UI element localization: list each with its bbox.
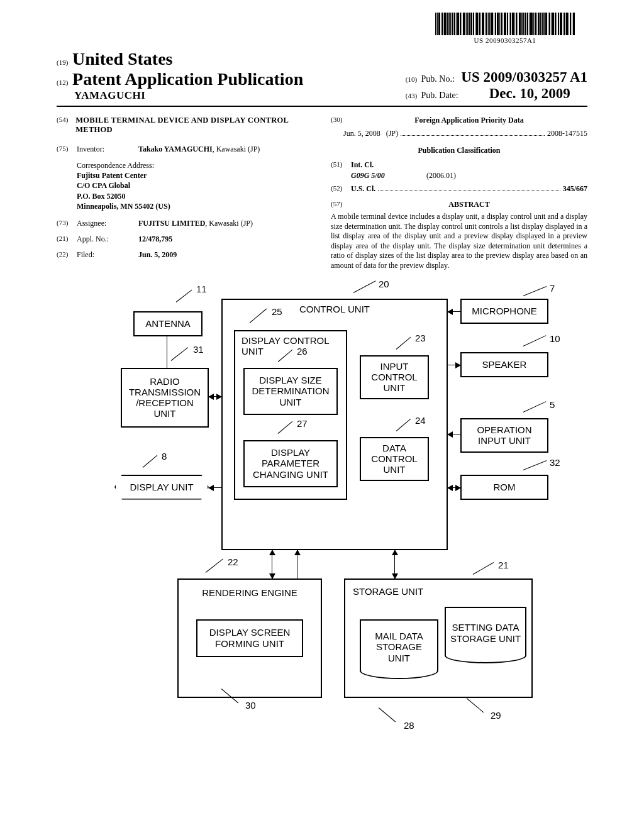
arrow-line [272,550,272,578]
uscl-value: 345/667 [563,184,587,194]
ref-29: 29 [491,710,501,721]
arrow-line [167,336,167,368]
lead-line [176,289,192,302]
applno-label: Appl. No.: [77,235,138,244]
display-param-box: DISPLAY PARAMETER CHANGING UNIT [243,440,338,487]
arrow-line [209,396,221,397]
lead-line [473,562,494,575]
correspondence-line3: P.O. Box 52050 [77,192,126,201]
arrow-line [448,311,460,312]
ref-24: 24 [415,415,426,426]
assignee-location: , Kawasaki (JP) [205,219,253,228]
data-control-box: DATA CONTROL UNIT [360,437,429,481]
operation-input-box: OPERATION INPUT UNIT [460,418,548,453]
ref-8: 8 [162,451,167,462]
lead-line [467,698,484,712]
ref-27: 27 [297,418,308,429]
ref-7: 7 [550,283,555,294]
correspondence-line2: C/O CPA Global [77,181,130,190]
intcl-value: G09G 5/00 [351,171,426,180]
pubclass-heading: Publication Classification [331,146,587,155]
title-code: (54) [57,116,75,135]
publication-type: Patent Application Publication [72,69,303,89]
lead-line [206,558,223,572]
input-control-box: INPUT CONTROL UNIT [360,355,429,399]
foreign-date: Jun. 5, 2008 [343,129,380,138]
intcl-label: Int. Cl. [351,160,374,169]
display-unit-hex: DISPLAY UNIT [114,475,209,500]
display-control-unit-label: DISPLAY CONTROL UNIT [239,335,342,357]
dotted-leader-icon [401,129,545,136]
mail-data-storage: MAIL DATA STORAGE UNIT [360,619,438,679]
rendering-engine-label: RENDERING ENGINE [182,587,317,598]
lead-line [143,455,158,467]
ref-10: 10 [550,333,560,344]
assignee-name: FUJITSU LIMITED [138,219,205,228]
speaker-box: SPEAKER [460,352,548,377]
ref-25: 25 [272,306,282,317]
inventor-location: , Kawasaki (JP) [213,145,260,153]
pub-code: (12) [57,79,68,86]
ref-20: 20 [379,279,389,289]
lead-line [523,335,547,346]
arrow-line [394,550,395,578]
lead-line [523,401,547,412]
pubno-code: (10) [406,75,417,83]
ref-31: 31 [193,344,204,355]
inventor-code: (75) [57,145,77,154]
correspondence-line4: Minneapolis, MN 55402 (US) [77,202,170,211]
lead-line [523,460,547,470]
correspondence-heading: Correspondence Address: [77,160,313,170]
correspondence-line1: Fujitsu Patent Center [77,171,147,180]
author-name: YAMAGUCHI [57,89,303,102]
invention-title: MOBILE TERMINAL DEVICE AND DISPLAY CONTR… [75,116,313,135]
ref-21: 21 [498,560,509,570]
arrow-line [209,487,221,488]
antenna-box: ANTENNA [133,311,203,336]
applno-code: (21) [57,235,77,244]
ref-30: 30 [245,700,256,711]
pubdate-code: (43) [406,92,417,99]
arrow-line [448,487,460,488]
inventor-name: Takako YAMAGUCHI [138,145,213,153]
page-header: (19) United States (12) Patent Applicati… [57,49,587,107]
microphone-box: MICROPHONE [460,299,548,324]
intcl-code: (51) [331,160,351,170]
country-code: (19) [57,58,68,66]
abstract-heading: ABSTRACT [448,200,489,209]
filed-value: Jun. 5, 2009 [138,250,177,259]
display-screen-forming-box: DISPLAY SCREEN FORMING UNIT [196,619,303,657]
barcode-icon [435,13,575,35]
intcl-year: (2006.01) [426,171,456,180]
foreign-heading: Foreign Application Priority Data [414,116,523,124]
abstract-code: (57) [331,200,351,209]
inventor-label: Inventor: [77,145,138,154]
pubno-label: Pub. No.: [421,74,455,84]
ref-26: 26 [297,346,308,357]
foreign-code: (30) [331,116,351,125]
bibliographic-data: (54) MOBILE TERMINAL DEVICE AND DISPLAY … [57,116,587,271]
lead-line [379,707,396,722]
assignee-code: (73) [57,219,77,228]
ref-22: 22 [228,556,238,567]
ref-23: 23 [415,333,426,343]
ref-11: 11 [196,284,207,294]
uscl-label: U.S. Cl. [351,184,375,194]
pubno-value: US 2009/0303257 A1 [461,69,587,85]
arrow-line [448,365,460,365]
storage-unit-label: STORAGE UNIT [353,586,423,597]
ref-28: 28 [404,720,414,731]
pubdate-value: Dec. 10, 2009 [489,86,570,101]
foreign-country: (JP) [386,129,398,138]
setting-data-storage: SETTING DATA STORAGE UNIT [445,607,526,663]
lead-line [353,280,376,293]
lead-line [171,347,188,361]
display-size-box: DISPLAY SIZE DETERMINATION UNIT [243,368,338,415]
pubdate-label: Pub. Date: [421,91,458,100]
uscl-code: (52) [331,184,351,194]
ref-5: 5 [550,399,555,410]
lead-line [523,286,547,296]
control-unit-label: CONTROL UNIT [226,304,443,314]
country-name: United States [72,49,172,69]
dotted-leader-icon [378,184,560,191]
